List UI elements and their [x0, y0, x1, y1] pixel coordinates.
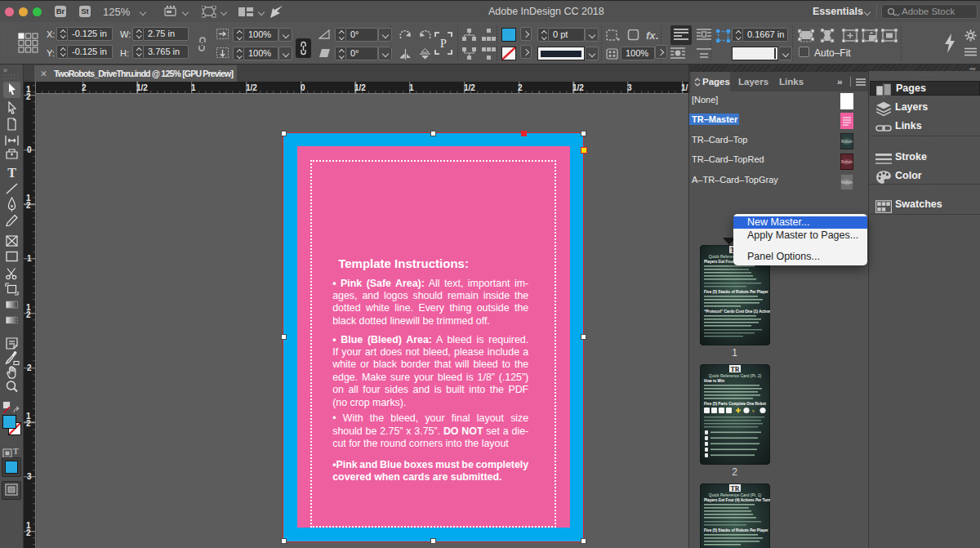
svg-text:“Protocol” Cards Cost One (1): “Protocol” Cards Cost One (1) Action — [704, 310, 770, 314]
svg-text:T: T — [7, 166, 16, 180]
svg-text:Robots: Robots — [841, 139, 853, 144]
svg-text:Robots: Robots — [841, 159, 853, 164]
svg-text:Robots: Robots — [841, 180, 853, 185]
svg-text:Five (5) Stacks of Robots Per: Five (5) Stacks of Robots Per Player — [704, 528, 768, 532]
svg-text:TR: TR — [730, 485, 739, 492]
svg-text:Players Get Four (4) Actions P: Players Get Four (4) Actions Per Turn — [704, 498, 770, 502]
svg-text:How to Win: How to Win — [704, 379, 724, 383]
svg-text:Quick Reference Card (Pt. 1): Quick Reference Card (Pt. 1) — [708, 492, 761, 497]
svg-text:P: P — [440, 38, 447, 50]
svg-text:≈: ≈ — [752, 408, 755, 413]
svg-text:Five (5) Stacks of Robots Per: Five (5) Stacks of Robots Per Player — [704, 290, 768, 294]
svg-text:Five (5) Parts Complete One Ro: Five (5) Parts Complete One Robot — [704, 402, 766, 406]
svg-text:TR: TR — [730, 366, 739, 373]
svg-text:Quick Reference Card (Pt. 2): Quick Reference Card (Pt. 2) — [708, 373, 761, 378]
